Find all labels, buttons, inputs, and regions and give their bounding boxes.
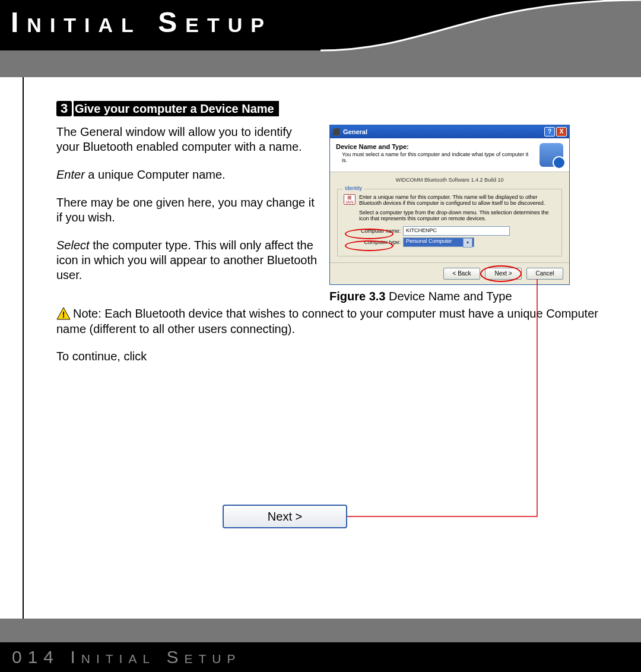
continue-text: To continue,	[56, 350, 123, 363]
figure-column: ⬛ General ? X Device Name and Type: You …	[329, 125, 579, 303]
figure-caption-rest: Device Name and Type	[385, 290, 512, 303]
warning-icon: !	[56, 307, 71, 320]
dialog-general: ⬛ General ? X Device Name and Type: You …	[329, 125, 570, 285]
bottom-black-band: 014 Initial Setup	[0, 642, 641, 672]
continue-line: To continue, click	[56, 350, 623, 363]
step-title: Give your computer a Device Name	[74, 101, 279, 116]
computer-name-input[interactable]: KITCHENPC	[403, 226, 510, 236]
continue-click: click	[123, 350, 147, 363]
dialog-title: General	[343, 128, 543, 135]
dialog-titlebar: ⬛ General ? X	[330, 125, 569, 138]
dialog-header-title: Device Name and Type:	[336, 143, 409, 150]
step-number-badge: 3	[56, 101, 72, 116]
paragraph-1: The General window will allow you to ide…	[56, 125, 318, 154]
note-text: Note: Each Bluetooth device that wishes …	[56, 307, 598, 335]
calendar-icon: ▦IAN	[344, 194, 356, 205]
step-heading: 3 Give your computer a Device Name	[56, 101, 623, 116]
note-paragraph: ! Note: Each Bluetooth device that wishe…	[56, 306, 623, 337]
dialog-button-row: < Back Next > Cancel	[330, 263, 569, 284]
identity-text-2: Select a computer type from the drop-dow…	[359, 210, 556, 221]
dialog-header: Device Name and Type: You must select a …	[330, 138, 569, 172]
paragraph-4-rest: the computer type. This will only affect…	[56, 239, 317, 281]
paragraph-2: Enter a unique Computer name.	[56, 167, 318, 182]
dialog-help-button[interactable]: ?	[544, 127, 555, 137]
dialog-back-button[interactable]: < Back	[443, 268, 480, 280]
computer-name-label: Computer name:	[356, 228, 403, 234]
bluetooth-device-icon	[540, 143, 563, 167]
figure-caption-bold: Figure 3.3	[329, 290, 385, 303]
select-word: Select	[56, 239, 90, 252]
dialog-next-button[interactable]: Next >	[485, 268, 522, 280]
identity-fieldset: Identity ▦IAN Enter a unique name for th…	[337, 189, 562, 256]
dialog-titlebar-icon: ⬛	[332, 128, 341, 136]
footer-page-number: 014	[12, 647, 59, 667]
computer-type-select[interactable]: Personal Computer	[403, 237, 474, 247]
footer-section: Initial Setup	[59, 647, 241, 667]
paragraph-2-rest: a unique Computer name.	[85, 168, 226, 181]
figure-caption: Figure 3.3 Device Name and Type	[329, 290, 579, 303]
svg-text:!: !	[62, 310, 65, 319]
paragraph-3: There may be one given here, you may cha…	[56, 195, 318, 225]
page-body: 3 Give your computer a Device Name The G…	[23, 77, 638, 619]
identity-text: Enter a unique name for this computer. T…	[359, 194, 556, 206]
dialog-cancel-button[interactable]: Cancel	[526, 268, 563, 280]
dialog-version: WIDCOMM Bluetooth Software 1.4.2 Build 1…	[337, 177, 562, 183]
paragraph-4: Select the computer type. This will only…	[56, 238, 318, 283]
page-next-button[interactable]: Next >	[223, 505, 347, 528]
page-title: Initial Setup	[11, 6, 272, 39]
identity-legend: Identity	[342, 185, 364, 191]
computer-type-label: Computer type:	[356, 239, 403, 245]
instruction-column: The General window will allow you to ide…	[56, 125, 318, 303]
enter-word: Enter	[56, 168, 85, 181]
bottom-grey-band	[0, 619, 641, 642]
dialog-close-button[interactable]: X	[556, 127, 567, 137]
bottom-band: 014 Initial Setup	[0, 619, 641, 672]
dialog-header-subtitle: You must select a name for this computer…	[342, 151, 534, 163]
